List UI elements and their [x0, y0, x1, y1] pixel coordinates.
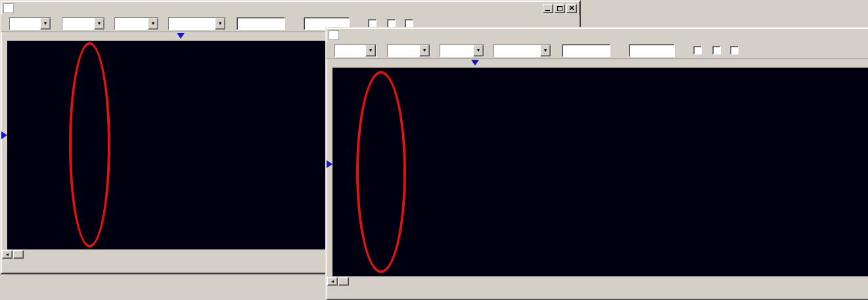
titlebar[interactable]: ✕ — [2, 2, 579, 14]
horizontal-scrollbar[interactable]: ◄ — [2, 250, 24, 259]
sizefft-combo[interactable]: ▼ — [334, 44, 377, 57]
winf-combo[interactable]: ▼ — [493, 44, 551, 57]
minimize-icon — [545, 10, 550, 11]
chevron-down-icon[interactable]: ▼ — [40, 18, 51, 30]
scrollbar-thumb[interactable] — [338, 277, 349, 286]
chevron-down-icon[interactable]: ▼ — [365, 45, 376, 56]
time-cursor-marker-icon[interactable] — [471, 60, 479, 66]
chevron-down-icon[interactable]: ▼ — [419, 45, 430, 56]
app-icon — [329, 30, 339, 40]
time-cursor-marker-icon[interactable] — [177, 33, 185, 39]
spectrogram-canvas[interactable] — [332, 68, 868, 276]
titlebar[interactable] — [327, 29, 868, 41]
image-combo[interactable]: ▼ — [440, 44, 484, 57]
scroll-left-arrow-icon[interactable]: ◄ — [327, 277, 338, 286]
chevron-down-icon[interactable]: ▼ — [148, 18, 158, 30]
fl-input[interactable] — [562, 44, 610, 57]
chevron-down-icon[interactable]: ▼ — [215, 18, 225, 30]
frequency-cursor-marker-icon[interactable] — [1, 131, 7, 139]
chevron-down-icon[interactable]: ▼ — [473, 45, 484, 56]
maximize-icon — [557, 6, 562, 11]
chevron-down-icon[interactable]: ▼ — [540, 45, 551, 56]
fu-input[interactable] — [629, 44, 675, 57]
scrollbar-thumb[interactable] — [13, 250, 24, 259]
minimize-button[interactable] — [543, 4, 553, 13]
maximize-button[interactable] — [555, 4, 565, 13]
hres-checkbox[interactable] — [712, 46, 721, 54]
sizefft-combo[interactable]: ▼ — [9, 17, 51, 30]
horizontal-scrollbar[interactable]: ◄ — [327, 277, 349, 286]
chevron-down-icon[interactable]: ▼ — [94, 18, 104, 30]
shear-combo[interactable]: ▼ — [387, 44, 430, 57]
bottom-toolbar — [327, 286, 868, 300]
window-korsar-290117[interactable]: ▼ ▼ ▼ ▼ ◄ — [325, 27, 868, 300]
app-icon — [3, 3, 14, 13]
alc-checkbox[interactable] — [693, 46, 702, 54]
image-combo[interactable]: ▼ — [114, 17, 159, 30]
settings-toolbar: ▼ ▼ ▼ ▼ — [327, 42, 868, 59]
winf-combo[interactable]: ▼ — [168, 17, 226, 30]
spectrogram-view: ◄ — [327, 59, 868, 300]
frequency-cursor-marker-icon[interactable] — [327, 160, 332, 168]
close-button[interactable]: ✕ — [566, 4, 577, 13]
close-icon: ✕ — [567, 4, 576, 12]
scroll-left-arrow-icon[interactable]: ◄ — [2, 250, 12, 259]
shear-combo[interactable]: ▼ — [62, 17, 105, 30]
fl-input[interactable] — [237, 17, 285, 30]
info-checkbox[interactable] — [730, 46, 739, 54]
